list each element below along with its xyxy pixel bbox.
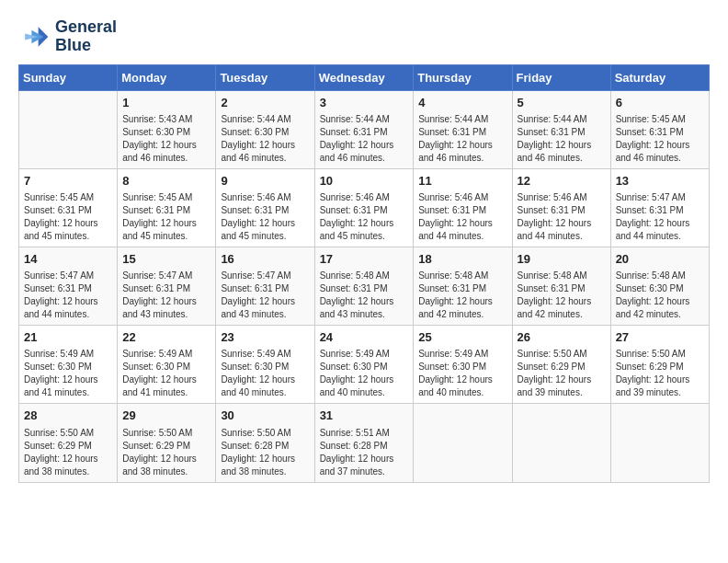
- calendar-cell: 6Sunrise: 5:45 AMSunset: 6:31 PMDaylight…: [610, 90, 709, 168]
- column-header-saturday: Saturday: [610, 64, 709, 90]
- day-number: 3: [320, 95, 409, 111]
- calendar-cell: 26Sunrise: 5:50 AMSunset: 6:29 PMDayligh…: [512, 326, 610, 404]
- day-info: Sunrise: 5:50 AMSunset: 6:29 PMDaylight:…: [518, 348, 606, 399]
- day-info: Sunrise: 5:44 AMSunset: 6:31 PMDaylight:…: [418, 113, 506, 165]
- day-info: Sunrise: 5:49 AMSunset: 6:30 PMDaylight:…: [418, 348, 506, 399]
- day-number: 24: [320, 329, 409, 346]
- day-number: 27: [616, 329, 704, 346]
- calendar-cell: 14Sunrise: 5:47 AMSunset: 6:31 PMDayligh…: [19, 247, 118, 325]
- calendar-week-row: 14Sunrise: 5:47 AMSunset: 6:31 PMDayligh…: [19, 247, 710, 325]
- calendar-cell: 5Sunrise: 5:44 AMSunset: 6:31 PMDaylight…: [512, 90, 610, 168]
- calendar-cell: 2Sunrise: 5:44 AMSunset: 6:30 PMDaylight…: [216, 90, 314, 168]
- day-number: 6: [616, 95, 704, 111]
- calendar-cell: 20Sunrise: 5:48 AMSunset: 6:30 PMDayligh…: [610, 247, 709, 325]
- day-info: Sunrise: 5:47 AMSunset: 6:31 PMDaylight:…: [122, 270, 210, 321]
- day-info: Sunrise: 5:50 AMSunset: 6:28 PMDaylight:…: [221, 427, 309, 478]
- calendar-cell: 13Sunrise: 5:47 AMSunset: 6:31 PMDayligh…: [610, 168, 709, 247]
- day-info: Sunrise: 5:48 AMSunset: 6:31 PMDaylight:…: [320, 270, 409, 321]
- day-info: Sunrise: 5:46 AMSunset: 6:31 PMDaylight:…: [320, 191, 409, 243]
- calendar-cell: 7Sunrise: 5:45 AMSunset: 6:31 PMDaylight…: [19, 168, 118, 247]
- calendar-cell: [19, 90, 118, 168]
- day-number: 12: [518, 173, 606, 190]
- day-number: 5: [518, 95, 606, 111]
- day-number: 17: [320, 251, 409, 268]
- day-info: Sunrise: 5:50 AMSunset: 6:29 PMDaylight:…: [122, 427, 210, 478]
- logo-icon: [18, 20, 51, 53]
- calendar-cell: 3Sunrise: 5:44 AMSunset: 6:31 PMDaylight…: [314, 90, 414, 168]
- day-number: 11: [418, 173, 506, 190]
- day-info: Sunrise: 5:43 AMSunset: 6:30 PMDaylight:…: [122, 113, 210, 165]
- day-number: 26: [518, 329, 606, 346]
- calendar-cell: 1Sunrise: 5:43 AMSunset: 6:30 PMDaylight…: [118, 90, 216, 168]
- column-header-tuesday: Tuesday: [216, 64, 314, 90]
- day-info: Sunrise: 5:50 AMSunset: 6:29 PMDaylight:…: [616, 348, 704, 399]
- calendar-week-row: 7Sunrise: 5:45 AMSunset: 6:31 PMDaylight…: [19, 168, 710, 247]
- day-info: Sunrise: 5:48 AMSunset: 6:31 PMDaylight:…: [418, 270, 506, 321]
- day-number: 8: [122, 173, 210, 190]
- calendar-cell: 4Sunrise: 5:44 AMSunset: 6:31 PMDaylight…: [414, 90, 512, 168]
- day-info: Sunrise: 5:45 AMSunset: 6:31 PMDaylight:…: [122, 191, 210, 243]
- day-number: 16: [221, 251, 309, 268]
- calendar-table: SundayMondayTuesdayWednesdayThursdayFrid…: [18, 64, 710, 483]
- calendar-cell: 10Sunrise: 5:46 AMSunset: 6:31 PMDayligh…: [314, 168, 414, 247]
- logo-text: General Blue: [55, 18, 117, 55]
- calendar-cell: 16Sunrise: 5:47 AMSunset: 6:31 PMDayligh…: [216, 247, 314, 325]
- calendar-cell: 12Sunrise: 5:46 AMSunset: 6:31 PMDayligh…: [512, 168, 610, 247]
- day-info: Sunrise: 5:49 AMSunset: 6:30 PMDaylight:…: [24, 348, 112, 399]
- day-number: 19: [518, 251, 606, 268]
- column-header-thursday: Thursday: [414, 64, 512, 90]
- day-number: 23: [221, 329, 309, 346]
- calendar-cell: 22Sunrise: 5:49 AMSunset: 6:30 PMDayligh…: [118, 326, 216, 404]
- day-number: 30: [221, 408, 309, 424]
- calendar-week-row: 1Sunrise: 5:43 AMSunset: 6:30 PMDaylight…: [19, 90, 710, 168]
- day-info: Sunrise: 5:48 AMSunset: 6:30 PMDaylight:…: [616, 270, 704, 321]
- calendar-cell: [512, 404, 610, 482]
- day-info: Sunrise: 5:50 AMSunset: 6:29 PMDaylight:…: [24, 427, 112, 478]
- column-header-friday: Friday: [512, 64, 610, 90]
- calendar-cell: 29Sunrise: 5:50 AMSunset: 6:29 PMDayligh…: [118, 404, 216, 482]
- calendar-cell: 28Sunrise: 5:50 AMSunset: 6:29 PMDayligh…: [19, 404, 118, 482]
- day-info: Sunrise: 5:46 AMSunset: 6:31 PMDaylight:…: [518, 191, 606, 243]
- day-number: 1: [122, 95, 210, 111]
- day-number: 25: [418, 329, 506, 346]
- day-number: 21: [24, 329, 112, 346]
- logo: General Blue: [18, 18, 117, 55]
- day-number: 20: [616, 251, 704, 268]
- calendar-cell: 11Sunrise: 5:46 AMSunset: 6:31 PMDayligh…: [414, 168, 512, 247]
- calendar-cell: 25Sunrise: 5:49 AMSunset: 6:30 PMDayligh…: [414, 326, 512, 404]
- day-number: 18: [418, 251, 506, 268]
- day-info: Sunrise: 5:46 AMSunset: 6:31 PMDaylight:…: [418, 191, 506, 243]
- day-number: 10: [320, 173, 409, 190]
- column-header-wednesday: Wednesday: [314, 64, 414, 90]
- calendar-cell: 31Sunrise: 5:51 AMSunset: 6:28 PMDayligh…: [314, 404, 414, 482]
- day-number: 14: [24, 251, 112, 268]
- day-info: Sunrise: 5:49 AMSunset: 6:30 PMDaylight:…: [122, 348, 210, 399]
- calendar-week-row: 21Sunrise: 5:49 AMSunset: 6:30 PMDayligh…: [19, 326, 710, 404]
- column-header-monday: Monday: [118, 64, 216, 90]
- day-info: Sunrise: 5:51 AMSunset: 6:28 PMDaylight:…: [320, 427, 409, 478]
- calendar-cell: 17Sunrise: 5:48 AMSunset: 6:31 PMDayligh…: [314, 247, 414, 325]
- calendar-header-row: SundayMondayTuesdayWednesdayThursdayFrid…: [19, 64, 710, 90]
- day-number: 7: [24, 173, 112, 190]
- day-info: Sunrise: 5:45 AMSunset: 6:31 PMDaylight:…: [616, 113, 704, 165]
- day-info: Sunrise: 5:44 AMSunset: 6:31 PMDaylight:…: [518, 113, 606, 165]
- calendar-cell: 8Sunrise: 5:45 AMSunset: 6:31 PMDaylight…: [118, 168, 216, 247]
- calendar-cell: 27Sunrise: 5:50 AMSunset: 6:29 PMDayligh…: [610, 326, 709, 404]
- calendar-cell: 21Sunrise: 5:49 AMSunset: 6:30 PMDayligh…: [19, 326, 118, 404]
- day-info: Sunrise: 5:48 AMSunset: 6:31 PMDaylight:…: [518, 270, 606, 321]
- day-info: Sunrise: 5:49 AMSunset: 6:30 PMDaylight:…: [320, 348, 409, 399]
- calendar-cell: 18Sunrise: 5:48 AMSunset: 6:31 PMDayligh…: [414, 247, 512, 325]
- column-header-sunday: Sunday: [19, 64, 118, 90]
- day-number: 2: [221, 95, 309, 111]
- calendar-cell: [610, 404, 709, 482]
- calendar-cell: 19Sunrise: 5:48 AMSunset: 6:31 PMDayligh…: [512, 247, 610, 325]
- day-info: Sunrise: 5:47 AMSunset: 6:31 PMDaylight:…: [24, 270, 112, 321]
- calendar-cell: 15Sunrise: 5:47 AMSunset: 6:31 PMDayligh…: [118, 247, 216, 325]
- day-number: 9: [221, 173, 309, 190]
- day-info: Sunrise: 5:44 AMSunset: 6:30 PMDaylight:…: [221, 113, 309, 165]
- calendar-cell: 30Sunrise: 5:50 AMSunset: 6:28 PMDayligh…: [216, 404, 314, 482]
- day-number: 22: [122, 329, 210, 346]
- day-info: Sunrise: 5:45 AMSunset: 6:31 PMDaylight:…: [24, 191, 112, 243]
- calendar-week-row: 28Sunrise: 5:50 AMSunset: 6:29 PMDayligh…: [19, 404, 710, 482]
- day-number: 31: [320, 408, 409, 424]
